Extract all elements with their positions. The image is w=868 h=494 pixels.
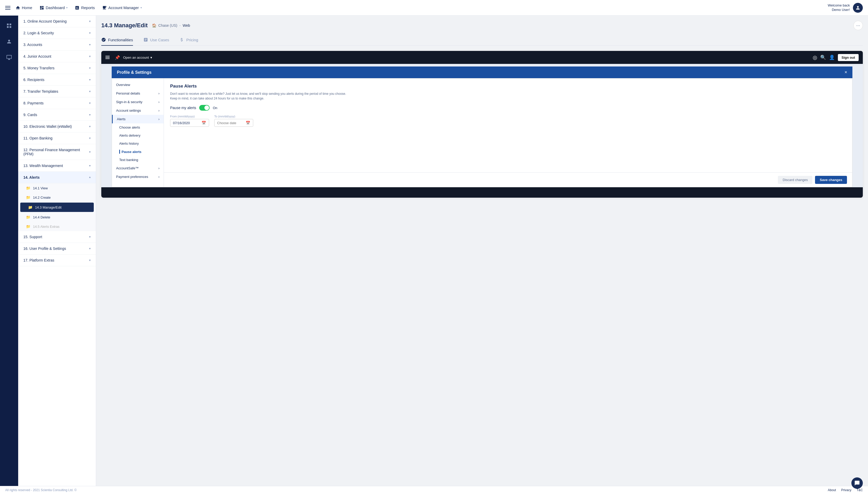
ps-main: Pause Alerts Don't want to receive alert…	[164, 78, 852, 187]
sim-open-account-button[interactable]: Open an account ▾	[123, 56, 152, 59]
sidebar	[0, 16, 18, 494]
chat-bubble[interactable]	[851, 477, 863, 489]
panel-item-4[interactable]: 4. Junior Account ▾	[18, 51, 96, 62]
chat-icon	[854, 480, 860, 486]
welcome-text: Welcome back Demo User!	[828, 3, 850, 12]
ps-payment-prefs[interactable]: Payment preferences ›	[112, 172, 163, 181]
panel-item-17[interactable]: 17. Platform Extras ▾	[18, 254, 96, 266]
breadcrumb-sep: -	[179, 23, 181, 27]
breadcrumb: 🏠 Chase (US) - Web	[152, 23, 190, 27]
chevron-13: ▾	[89, 164, 91, 168]
folder-icon-14-2: 📁	[26, 195, 31, 200]
ps-footer: Discard changes Save changes	[164, 172, 852, 187]
ps-account-settings[interactable]: Account settings ›	[112, 106, 163, 115]
panel-item-9[interactable]: 9. Cards ▾	[18, 109, 96, 121]
functionalities-icon	[101, 37, 106, 42]
pause-toggle[interactable]	[199, 105, 210, 111]
chevron-3: ▾	[89, 43, 91, 46]
footer-privacy[interactable]: Privacy	[841, 488, 851, 492]
chevron-6: ▾	[89, 78, 91, 81]
tab-pricing[interactable]: Pricing	[179, 34, 198, 46]
user-avatar[interactable]	[853, 3, 863, 13]
sidebar-person-icon[interactable]	[4, 37, 14, 47]
from-date-input[interactable]: 📅	[170, 119, 209, 127]
arrow-right-2: ›	[158, 100, 159, 104]
panel-item-15[interactable]: 15. Support ▾	[18, 231, 96, 243]
ps-choose-alerts[interactable]: Choose alerts	[112, 124, 163, 131]
folder-icon-14-3: 📁	[28, 205, 33, 209]
dashboard-icon	[39, 5, 44, 10]
save-button[interactable]: Save changes	[815, 176, 847, 184]
panel-item-7[interactable]: 7. Transfer Templates ▾	[18, 86, 96, 97]
chevron-1: ▾	[89, 19, 91, 23]
panel-item-3[interactable]: 3. Accounts ▾	[18, 39, 96, 51]
nav-dashboard[interactable]: Dashboard ▾	[39, 5, 67, 10]
sub-item-14-5[interactable]: 📁 14.5 Alerts Extras	[18, 222, 96, 231]
chevron-16: ▾	[89, 247, 91, 250]
panel-item-13[interactable]: 13. Wealth Management ▾	[18, 160, 96, 172]
sub-item-14-3[interactable]: 📁 14.3 Manage/Edit	[20, 203, 94, 212]
ps-close-button[interactable]: ×	[844, 70, 847, 75]
sim-search-icon[interactable]: 🔍	[820, 55, 826, 60]
discard-button[interactable]: Discard changes	[778, 176, 812, 184]
ps-modal-header: Profile & Settings ×	[112, 66, 852, 78]
ps-accountsafe[interactable]: AccountSafe™ ›	[112, 164, 163, 172]
pricing-icon	[179, 37, 184, 42]
sidebar-grid-icon[interactable]	[4, 21, 14, 32]
to-date-field[interactable]	[217, 121, 246, 125]
pause-toggle-row: Pause my alerts On	[170, 105, 846, 111]
ps-alerts[interactable]: Alerts ›	[112, 115, 163, 124]
sidebar-monitor-icon[interactable]	[4, 53, 14, 63]
nav-account-manager[interactable]: Account Manager ▾	[102, 5, 142, 10]
panel-item-6[interactable]: 6. Recipients ▾	[18, 74, 96, 86]
ps-personal-details[interactable]: Personal details ›	[112, 89, 163, 98]
from-calendar-icon[interactable]: 📅	[201, 121, 206, 125]
ps-alerts-history[interactable]: Alerts history	[112, 139, 163, 148]
sub-item-14-4[interactable]: 📁 14.4 Delete	[18, 212, 96, 222]
panel-item-12[interactable]: 12. Personal Finance Management (PFM) ▾	[18, 144, 96, 160]
page-header: 14.3 Manage/Edit 🏠 Chase (US) - Web ···	[101, 21, 863, 30]
panel-item-14[interactable]: 14. Alerts ▾	[18, 172, 96, 183]
from-date-field[interactable]	[173, 121, 201, 125]
footer-tnc[interactable]: T&C	[856, 488, 863, 492]
panel-item-11[interactable]: 11. Open Banking ▾	[18, 132, 96, 144]
hamburger-menu[interactable]	[5, 6, 11, 10]
panel-item-5[interactable]: 5. Money Transfers ▾	[18, 62, 96, 74]
folder-icon-14-5: 📁	[26, 224, 31, 229]
nav-reports[interactable]: Reports	[75, 5, 95, 10]
date-fields: From (mm/dd/yyyy) 📅 To (mm/dd/yyyy)	[170, 115, 846, 127]
ps-signin-security[interactable]: Sign-in & security ›	[112, 98, 163, 106]
sub-item-14-1[interactable]: 📁 14.1 View	[18, 183, 96, 193]
tab-usecases[interactable]: Use Cases	[143, 34, 169, 46]
ps-pause-alerts[interactable]: Pause alerts	[112, 148, 163, 156]
chevron-15: ▾	[89, 235, 91, 239]
footer-links: About Privacy T&C	[828, 488, 863, 492]
sim-hamburger[interactable]	[105, 56, 110, 59]
left-panel: 1. Online Account Opening ▾ 2. Login & S…	[18, 16, 96, 494]
reports-icon	[75, 5, 79, 10]
arrow-right-6: ›	[158, 175, 159, 179]
modal-container: Profile & Settings × Overview Personal d…	[101, 64, 863, 187]
ps-alerts-delivery[interactable]: Alerts delivery	[112, 131, 163, 139]
footer: All rights reserved - 2021 Scientia Cons…	[0, 486, 868, 494]
panel-item-2[interactable]: 2. Login & Security ▾	[18, 27, 96, 39]
ps-sidebar: Overview Personal details › Sign-in & se…	[112, 78, 164, 187]
to-date-input[interactable]: 📅	[214, 119, 253, 127]
panel-item-8[interactable]: 8. Payments ▾	[18, 97, 96, 109]
tab-functionalities[interactable]: Functionalities	[101, 34, 133, 46]
sim-sign-out-button[interactable]: Sign out	[838, 54, 859, 61]
panel-item-1[interactable]: 1. Online Account Opening ▾	[18, 16, 96, 27]
arrow-right-1: ›	[158, 91, 159, 95]
ps-overview[interactable]: Overview	[112, 80, 163, 89]
panel-item-16[interactable]: 16. User Profile & Settings ▾	[18, 243, 96, 254]
chevron-7: ▾	[89, 90, 91, 93]
sub-item-14-2[interactable]: 📁 14.2 Create	[18, 193, 96, 202]
to-calendar-icon[interactable]: 📅	[246, 121, 250, 125]
nav-home[interactable]: Home	[16, 5, 32, 10]
more-options-button[interactable]: ···	[853, 21, 863, 30]
sim-user-icon: 👤	[829, 55, 835, 60]
ps-text-banking[interactable]: Text banking	[112, 156, 163, 164]
chevron-12: ▾	[89, 150, 91, 154]
footer-about[interactable]: About	[828, 488, 836, 492]
panel-item-10[interactable]: 10. Electronic Wallet (eWallet) ▾	[18, 121, 96, 132]
